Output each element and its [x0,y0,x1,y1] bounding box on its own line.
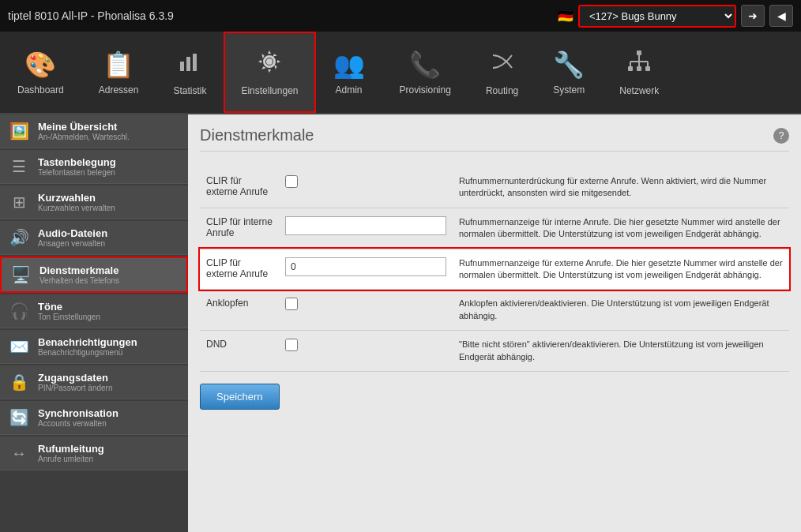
app-header: tiptel 8010 All-IP - Phonalisa 6.3.9 🇩🇪 … [0,0,801,32]
nav-item-netzwerk[interactable]: Netzwerk [602,32,676,113]
clip-extern-description: Rufnummernanzeige für externe Anrufe. Di… [453,249,789,290]
table-row: CLIP für externe Anrufe Rufnummernanzeig… [200,249,789,290]
sidebar-item-kurzwahlen[interactable]: ⊞ Kurzwahlen Kurzwahlen verwalten [0,185,188,219]
clir-extern-checkbox[interactable] [285,175,298,188]
audio-dateien-icon: 🔊 [8,228,30,247]
nav-label-provisioning: Provisioning [400,84,451,96]
anklopfen-checkbox[interactable] [285,298,298,310]
nav-label-system: System [553,84,585,96]
clip-intern-description: Rufnummernanzeige für interne Anrufe. Di… [453,208,789,249]
sidebar-item-zugangsdaten[interactable]: 🔒 Zugangsdaten PIN/Passwort ändern [0,365,188,399]
sidebar-label-toene: Töne [38,301,100,313]
table-row: DND "Bitte nicht stören" aktivieren/deak… [200,331,789,372]
app-title: tiptel 8010 All-IP - Phonalisa 6.3.9 [8,9,174,22]
nav-item-system[interactable]: 🔧 System [536,32,602,113]
svg-rect-4 [637,51,641,55]
main-layout: 🖼️ Meine Übersicht An-/Abmelden, Wartesc… [0,114,801,532]
nav-label-einstellungen: Einstellungen [241,85,298,96]
anklopfen-input-cell [279,290,453,331]
sidebar-sub-rufumleitung: Anrufe umleiten [38,455,104,463]
clir-extern-description: Rufnummernunterdrückung für externe Anru… [453,167,789,208]
kurzwahlen-icon: ⊞ [8,193,30,212]
svg-rect-6 [637,66,641,71]
nav-label-statistik: Statistik [173,85,206,96]
sidebar-label-zugangsdaten: Zugangsdaten [38,372,113,384]
dashboard-icon: 🎨 [24,50,56,80]
nav-label-admin: Admin [335,84,362,96]
sidebar-label-audio-dateien: Audio-Dateien [38,227,107,239]
clip-intern-input[interactable] [285,216,446,235]
rufumleitung-icon: ↔️ [8,444,30,463]
clir-extern-input-cell [279,167,453,208]
sidebar-item-synchronisation[interactable]: 🔄 Synchronisation Accounts verwalten [0,401,188,435]
form-table: CLIR für externe Anrufe Rufnummernunterd… [200,167,789,372]
sidebar-label-synchronisation: Synchronisation [38,407,118,419]
admin-icon: 👥 [333,50,365,80]
clip-intern-label: CLIP für interne Anrufe [200,208,279,249]
page-title: Dienstmerkmale [200,126,314,144]
sidebar-item-dienstmerkmale[interactable]: 🖥️ Dienstmerkmale Verhalten des Telefons [0,257,188,293]
sidebar: 🖼️ Meine Übersicht An-/Abmelden, Wartesc… [0,114,188,532]
sidebar-item-tastenbelegung[interactable]: ☰ Tastenbelegung Telefontasten belegen [0,150,188,184]
sidebar-label-rufumleitung: Rufumleitung [38,443,104,455]
system-icon: 🔧 [553,50,585,80]
svg-point-3 [266,58,273,65]
sidebar-item-toene[interactable]: 🎧 Töne Ton Einstellungen [0,294,188,328]
synchronisation-icon: 🔄 [8,408,30,427]
routing-icon [490,49,515,81]
flag-icon: 🇩🇪 [558,9,573,24]
sidebar-label-benachrichtigungen: Benachrichtigungen [38,336,137,348]
nav-back-button[interactable]: ◀ [769,5,793,27]
svg-rect-2 [193,54,197,71]
sidebar-label-kurzwahlen: Kurzwahlen [38,192,115,204]
sidebar-sub-tastenbelegung: Telefontasten belegen [38,168,116,177]
sidebar-sub-kurzwahlen: Kurzwahlen verwalten [38,204,115,212]
clip-intern-input-cell [279,208,453,249]
clip-extern-input[interactable] [285,257,446,276]
navbar: 🎨 Dashboard 📋 Adressen Statistik Einstel… [0,32,801,114]
anklopfen-description: Anklopfen aktivieren/deaktivieren. Die U… [453,290,789,331]
provisioning-icon: 📞 [409,50,441,80]
save-button[interactable]: Speichern [200,384,280,410]
nav-item-routing[interactable]: Routing [468,32,536,113]
nav-item-statistik[interactable]: Statistik [156,32,224,113]
sidebar-item-audio-dateien[interactable]: 🔊 Audio-Dateien Ansagen verwalten [0,221,188,255]
sidebar-label-tastenbelegung: Tastenbelegung [38,156,116,168]
nav-item-dashboard[interactable]: 🎨 Dashboard [0,32,81,113]
header-right: 🇩🇪 <127> Bugs Bunny ➜ ◀ [558,5,793,28]
anklopfen-label: Anklopfen [200,290,279,331]
netzwerk-icon [626,49,652,81]
einstellungen-icon [257,49,282,81]
table-row: Anklopfen Anklopfen aktivieren/deaktivie… [200,290,789,331]
sidebar-label-meine-uebersicht: Meine Übersicht [38,121,130,133]
sidebar-item-meine-uebersicht[interactable]: 🖼️ Meine Übersicht An-/Abmelden, Wartesc… [0,114,188,148]
nav-item-provisioning[interactable]: 📞 Provisioning [382,32,468,113]
dnd-label: DND [200,331,279,372]
table-row: CLIR für externe Anrufe Rufnummernunterd… [200,167,789,208]
help-button[interactable]: ? [773,128,789,144]
dnd-description: "Bitte nicht stören" aktivieren/deaktivi… [453,331,789,372]
user-select[interactable]: <127> Bugs Bunny [578,5,736,28]
content-header: Dienstmerkmale ? [200,126,789,152]
adressen-icon: 📋 [103,50,134,80]
nav-item-einstellungen[interactable]: Einstellungen [224,32,315,113]
statistik-icon [177,49,202,81]
sidebar-item-rufumleitung[interactable]: ↔️ Rufumleitung Anrufe umleiten [0,436,188,470]
clip-extern-input-cell [279,249,453,290]
logout-button[interactable]: ➜ [741,5,765,27]
sidebar-sub-meine-uebersicht: An-/Abmelden, Warteschl. [38,133,130,141]
nav-item-admin[interactable]: 👥 Admin [316,32,382,113]
dnd-checkbox[interactable] [285,339,298,351]
nav-item-adressen[interactable]: 📋 Adressen [81,32,156,113]
svg-rect-1 [186,57,190,71]
dnd-input-cell [279,331,453,372]
nav-label-routing: Routing [486,85,518,96]
zugangsdaten-icon: 🔒 [8,373,30,392]
svg-rect-7 [645,66,650,71]
clir-extern-label: CLIR für externe Anrufe [200,167,279,208]
sidebar-item-benachrichtigungen[interactable]: ✉️ Benachrichtigungen Benachrichtigungsm… [0,330,188,364]
table-row: CLIP für interne Anrufe Rufnummernanzeig… [200,208,789,249]
sidebar-label-dienstmerkmale: Dienstmerkmale [39,264,119,276]
content-area: Dienstmerkmale ? CLIR für externe Anrufe… [188,114,801,532]
nav-label-adressen: Adressen [99,84,139,96]
